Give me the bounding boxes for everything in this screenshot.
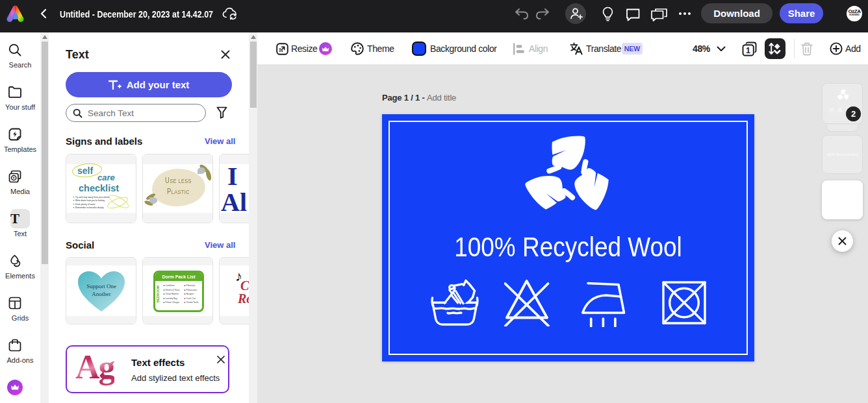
svg-text:Support One: Support One <box>86 283 116 289</box>
svg-text:Another: Another <box>92 291 111 297</box>
svg-text:1: 1 <box>746 46 750 55</box>
